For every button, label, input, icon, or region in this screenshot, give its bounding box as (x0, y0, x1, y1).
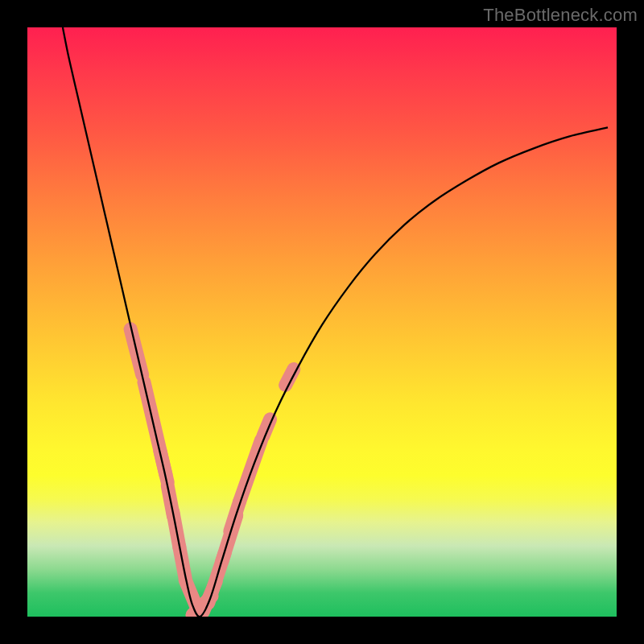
highlight-layer (130, 329, 294, 616)
watermark-text: TheBottleneck.com (483, 5, 638, 26)
chart-root: TheBottleneck.com (0, 0, 644, 644)
chart-svg (27, 27, 617, 617)
bottleneck-curve (63, 27, 608, 617)
plot-area (27, 27, 617, 617)
